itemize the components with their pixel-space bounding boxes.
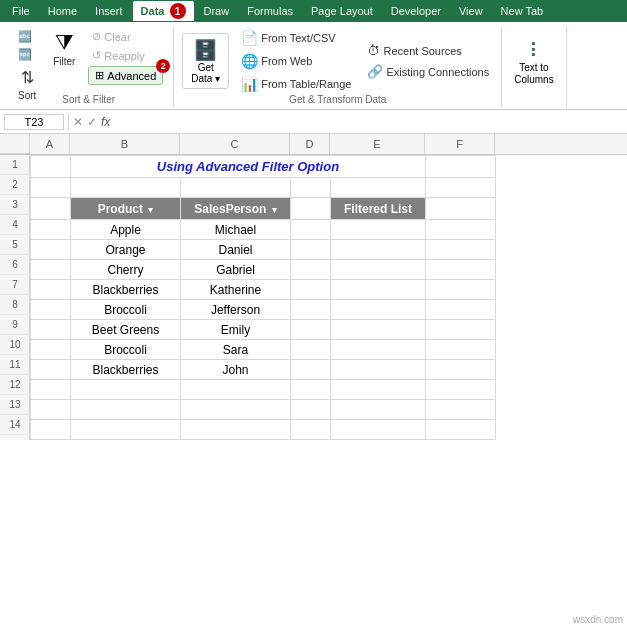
col-header-c[interactable]: C [180, 134, 290, 154]
cell-e11[interactable] [331, 360, 426, 380]
menu-formulas[interactable]: Formulas [239, 3, 301, 19]
reapply-button[interactable]: ↺ Reapply [88, 47, 163, 64]
existing-connections-button[interactable]: 🔗 Existing Connections [363, 62, 493, 81]
cell-f6[interactable] [426, 260, 496, 280]
menu-home[interactable]: Home [40, 3, 85, 19]
product-dropdown-arrow[interactable]: ▾ [148, 205, 153, 215]
cell-a5[interactable] [31, 240, 71, 260]
text-cols-label: Text to Columns [514, 62, 553, 86]
cell-b11[interactable]: Blackberries [71, 360, 181, 380]
text-to-columns-button[interactable]: ⫶ Text to Columns [510, 34, 557, 88]
formula-input[interactable] [114, 115, 623, 129]
menu-new-tab[interactable]: New Tab [493, 3, 552, 19]
cell-c2[interactable] [181, 178, 291, 198]
cell-a8[interactable] [31, 300, 71, 320]
cell-e6[interactable] [331, 260, 426, 280]
cell-a2[interactable] [31, 178, 71, 198]
menu-view[interactable]: View [451, 3, 491, 19]
cell-e8[interactable] [331, 300, 426, 320]
cell-d10[interactable] [291, 340, 331, 360]
cell-d3[interactable] [291, 198, 331, 220]
cell-f10[interactable] [426, 340, 496, 360]
cell-e4[interactable] [331, 220, 426, 240]
cell-f9[interactable] [426, 320, 496, 340]
cell-f5[interactable] [426, 240, 496, 260]
cell-f8[interactable] [426, 300, 496, 320]
cell-b3-product[interactable]: Product ▾ [71, 198, 181, 220]
cell-a9[interactable] [31, 320, 71, 340]
cell-b7[interactable]: Blackberries [71, 280, 181, 300]
cell-a10[interactable] [31, 340, 71, 360]
cell-a1[interactable] [31, 156, 71, 178]
menu-file[interactable]: File [4, 3, 38, 19]
menu-data[interactable]: Data 1 [133, 1, 194, 21]
menu-insert[interactable]: Insert [87, 3, 131, 19]
col-header-f[interactable]: F [425, 134, 495, 154]
sort-az-button[interactable]: 🔤 [14, 28, 40, 45]
from-text-csv-button[interactable]: 📄 From Text/CSV [237, 28, 355, 48]
cell-b5[interactable]: Orange [71, 240, 181, 260]
cell-b6[interactable]: Cherry [71, 260, 181, 280]
cell-f3[interactable] [426, 198, 496, 220]
cell-c7[interactable]: Katherine [181, 280, 291, 300]
cell-b4[interactable]: Apple [71, 220, 181, 240]
cell-a3[interactable] [31, 198, 71, 220]
cell-d7[interactable] [291, 280, 331, 300]
cell-e7[interactable] [331, 280, 426, 300]
cell-f1[interactable] [426, 156, 496, 178]
cell-d11[interactable] [291, 360, 331, 380]
cell-c5[interactable]: Daniel [181, 240, 291, 260]
menu-draw[interactable]: Draw [196, 3, 238, 19]
sort-za-button[interactable]: 🔤 [14, 46, 40, 63]
cell-d2[interactable] [291, 178, 331, 198]
from-table-range-button[interactable]: 📊 From Table/Range [237, 74, 355, 94]
menu-page-layout[interactable]: Page Layout [303, 3, 381, 19]
menu-developer[interactable]: Developer [383, 3, 449, 19]
col-header-d[interactable]: D [290, 134, 330, 154]
cell-b8[interactable]: Broccoli [71, 300, 181, 320]
cell-c9[interactable]: Emily [181, 320, 291, 340]
from-web-button[interactable]: 🌐 From Web [237, 51, 355, 71]
clear-button[interactable]: ⊘ Clear [88, 28, 163, 45]
cell-e5[interactable] [331, 240, 426, 260]
cell-b9[interactable]: Beet Greens [71, 320, 181, 340]
cell-d6[interactable] [291, 260, 331, 280]
recent-sources-button[interactable]: ⏱ Recent Sources [363, 41, 493, 60]
cell-d5[interactable] [291, 240, 331, 260]
cell-f2[interactable] [426, 178, 496, 198]
cell-a6[interactable] [31, 260, 71, 280]
cell-d4[interactable] [291, 220, 331, 240]
cell-f7[interactable] [426, 280, 496, 300]
cell-f4[interactable] [426, 220, 496, 240]
cell-d8[interactable] [291, 300, 331, 320]
cell-d9[interactable] [291, 320, 331, 340]
cell-c11[interactable]: John [181, 360, 291, 380]
cell-f11[interactable] [426, 360, 496, 380]
cell-c10[interactable]: Sara [181, 340, 291, 360]
cell-c6[interactable]: Gabriel [181, 260, 291, 280]
get-data-button[interactable]: 🗄️ GetData ▾ [182, 33, 229, 89]
cell-b2[interactable] [71, 178, 181, 198]
cell-e3-filtered[interactable]: Filtered List [331, 198, 426, 220]
menu-bar: File Home Insert Data 1 Draw Formulas Pa… [0, 0, 627, 22]
cell-e10[interactable] [331, 340, 426, 360]
cell-e9[interactable] [331, 320, 426, 340]
cell-a7[interactable] [31, 280, 71, 300]
row-num-14: 14 [0, 415, 30, 435]
cell-c3-salesperson[interactable]: SalesPerson ▾ [181, 198, 291, 220]
cell-c4[interactable]: Michael [181, 220, 291, 240]
col-header-e[interactable]: E [330, 134, 425, 154]
cell-c8[interactable]: Jefferson [181, 300, 291, 320]
cell-e2[interactable] [331, 178, 426, 198]
salesperson-dropdown-arrow[interactable]: ▾ [272, 205, 277, 215]
col-header-b[interactable]: B [70, 134, 180, 154]
advanced-button[interactable]: ⊞ Advanced 2 [88, 66, 163, 85]
filter-button[interactable]: ⧩ Filter [46, 28, 82, 69]
cell-b1-title[interactable]: Using Advanced Filter Option [71, 156, 426, 178]
get-data-icon: 🗄️ [193, 38, 218, 62]
col-header-a[interactable]: A [30, 134, 70, 154]
cell-a11[interactable] [31, 360, 71, 380]
cell-a4[interactable] [31, 220, 71, 240]
cell-b10[interactable]: Broccoli [71, 340, 181, 360]
sort-button[interactable]: ⇅ Sort [14, 66, 40, 103]
